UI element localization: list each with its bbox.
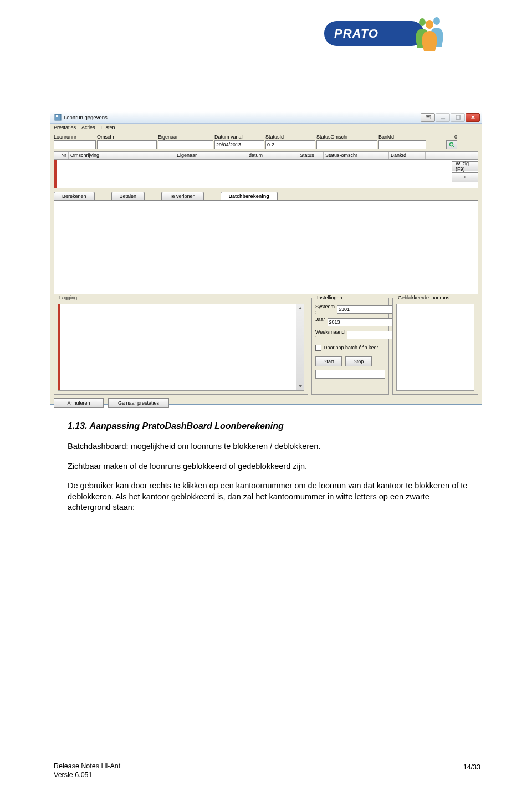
label-statusid: StatusId [265, 134, 315, 140]
label-datum: Datum vanaf [214, 134, 264, 140]
paragraph-1: Batchdashboard: mogelijkheid om loonruns… [68, 441, 472, 452]
col-statusomschr[interactable]: Status-omschr [324, 152, 389, 159]
grid-body[interactable] [54, 160, 478, 188]
svg-point-10 [449, 142, 453, 146]
grid-header: Nr Omschrijving Eigenaar datum Status St… [54, 151, 478, 160]
logo-text: PRATO [334, 27, 378, 41]
col-omschrijving[interactable]: Omschrijving [69, 152, 175, 159]
svg-rect-6 [426, 116, 429, 117]
lookup-button[interactable] [446, 140, 457, 149]
tab-pane [54, 200, 478, 294]
grid-marker-icon [54, 160, 57, 188]
input-statusomschr[interactable] [316, 140, 377, 149]
filter-row: Loonrunnr Omschr Eigenaar Datum vanaf St… [50, 133, 482, 150]
input-loonrunnr[interactable] [54, 140, 96, 149]
col-status[interactable]: Status [298, 152, 324, 159]
menu-lijsten[interactable]: Lijsten [101, 125, 115, 133]
label-systeem: Systeem : [315, 304, 335, 315]
label-week: Week/maand : [315, 329, 345, 340]
minimize-button[interactable] [436, 113, 450, 122]
logo-badge: PRATO [324, 21, 424, 46]
svg-point-0 [419, 18, 426, 26]
close-button[interactable] [466, 113, 480, 122]
footer-left: Release Notes Hi-Ant Versie 6.051 [54, 762, 120, 780]
label-bankid: BankId [378, 134, 426, 140]
input-bankid[interactable] [378, 140, 426, 149]
tab-berekenen[interactable]: Berekenen [54, 192, 95, 200]
annuleren-button[interactable]: Annuleren [54, 398, 104, 408]
label-loonrunnr: Loonrunnr [54, 134, 96, 140]
footer-rule [54, 758, 480, 758]
svg-rect-5 [426, 116, 431, 119]
col-eigenaar[interactable]: Eigenaar [175, 152, 247, 159]
window-title: Loonrun gegevens [64, 114, 108, 120]
maximize-button[interactable] [451, 113, 465, 122]
label-extra: 0 [427, 134, 457, 140]
tab-betalen[interactable]: Betalen [111, 192, 145, 200]
menu-acties[interactable]: Acties [81, 125, 95, 133]
input-eigenaar[interactable] [158, 140, 213, 149]
label-jaar: Jaar : [315, 317, 325, 328]
svg-line-11 [453, 146, 454, 147]
col-nr[interactable]: Nr [54, 152, 69, 159]
menu-prestaties[interactable]: Prestaties [54, 125, 76, 133]
plus-button[interactable]: + [452, 172, 478, 182]
start-button[interactable]: Start [315, 356, 342, 366]
tab-strip: Berekenen Betalen Te verlonen Batchberek… [50, 188, 482, 200]
bottom-row: Annuleren Ga naar prestaties [50, 395, 482, 411]
svg-rect-8 [441, 118, 444, 119]
input-jaar[interactable] [328, 318, 393, 326]
stop-button[interactable]: Stop [345, 356, 372, 366]
svg-rect-3 [55, 114, 61, 120]
input-datum[interactable] [214, 140, 264, 149]
svg-point-2 [426, 20, 433, 29]
paragraph-2: Zichtbaar maken of de loonruns geblokkee… [68, 461, 472, 472]
menubar: Prestaties Acties Lijsten [50, 124, 482, 133]
instellingen-group: Instellingen Systeem : Jaar : Week/maand… [311, 298, 389, 395]
blocked-legend: Geblokkeerde loonruns [396, 295, 451, 300]
blocked-list[interactable] [396, 304, 474, 391]
footer-version: Versie 6.051 [54, 771, 120, 779]
instellingen-legend: Instellingen [315, 295, 344, 300]
svg-point-1 [433, 17, 440, 25]
col-datum[interactable]: datum [247, 152, 298, 159]
wijzig-button[interactable]: Wijzig (F9) [452, 161, 478, 171]
people-icon [410, 16, 449, 52]
input-omschr[interactable] [97, 140, 157, 149]
logging-view[interactable] [58, 304, 304, 391]
loonrun-window: Loonrun gegevens Prestaties Acties Lijst… [50, 111, 482, 405]
label-statusomschr: StatusOmschr [316, 134, 377, 140]
doc-content: 1.13. Aanpassing PratoDashBoard Loonbere… [68, 421, 472, 522]
svg-rect-9 [456, 115, 459, 119]
app-icon [54, 114, 62, 121]
keyboard-button[interactable] [421, 113, 435, 122]
footer-page: 14/33 [463, 763, 480, 771]
lower-zone: Logging Instellingen Systeem : Jaar : [54, 298, 478, 395]
titlebar: Loonrun gegevens [50, 111, 482, 124]
logging-legend: Logging [58, 295, 79, 300]
checkbox-doorloop-label: Doorloop batch één keer [324, 345, 378, 351]
prestaties-button[interactable]: Ga naar prestaties [108, 398, 169, 408]
col-bankid[interactable]: BankId [389, 152, 426, 159]
logging-group: Logging [54, 298, 308, 395]
svg-rect-7 [426, 118, 429, 118]
label-eigenaar: Eigenaar [158, 134, 213, 140]
logging-marker-icon [58, 304, 60, 390]
scroll-up-icon[interactable] [296, 304, 304, 312]
scrollbar[interactable] [296, 304, 304, 390]
section-heading: 1.13. Aanpassing PratoDashBoard Loonbere… [68, 421, 472, 431]
prato-logo: PRATO [324, 16, 449, 55]
input-statusid[interactable] [265, 140, 315, 149]
scroll-down-icon[interactable] [296, 382, 304, 390]
svg-rect-4 [56, 115, 58, 117]
tab-batchberekening[interactable]: Batchberekening [221, 192, 278, 200]
label-omschr: Omschr [97, 134, 157, 140]
blocked-group: Geblokkeerde loonruns [392, 298, 478, 395]
paragraph-3: De gebruiker kan door rechts te klikken … [68, 481, 472, 513]
footer-product: Release Notes Hi-Ant [54, 762, 120, 771]
tab-teverlonen[interactable]: Te verlonen [161, 192, 204, 200]
input-status-field[interactable] [315, 370, 385, 379]
checkbox-doorloop[interactable] [315, 345, 321, 351]
